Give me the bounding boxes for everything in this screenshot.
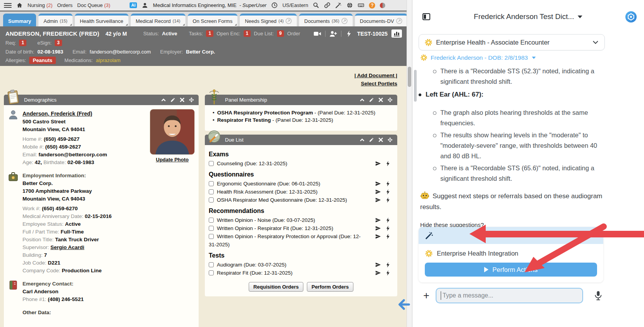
tab-documents[interactable]: Documents(36) [299,14,352,26]
collapse-chevron-icon[interactable] [360,97,365,102]
move-cross-icon[interactable] [388,137,393,142]
external-link-icon[interactable] [286,18,292,24]
move-cross-icon[interactable] [388,97,393,102]
panel-collapse-arrow-icon[interactable] [398,299,410,310]
perform-bolt-icon[interactable] [385,161,391,166]
nav-orders[interactable]: Orders [57,2,73,8]
edit-pencil-icon[interactable] [170,97,175,102]
perform-orders-button[interactable]: Perform Orders [307,282,353,292]
external-link-icon[interactable] [396,18,402,24]
ai-badge[interactable]: AI [130,2,137,8]
keyboard-icon[interactable] [358,2,364,9]
perform-bolt-icon[interactable] [385,262,391,268]
perform-bolt-icon[interactable] [385,181,391,187]
help-icon[interactable]: ? [369,2,375,9]
supervisor-link[interactable]: Sergio Acardi [50,244,84,250]
edit-pencil-icon[interactable] [369,97,374,102]
org-name[interactable]: Medical Informatics Engineering, MIE - S… [153,2,267,8]
add-attachment-button[interactable]: + [423,291,429,301]
flowsheet-chart-button[interactable] [391,29,402,38]
move-cross-icon[interactable] [189,97,194,102]
perform-bolt-icon[interactable] [385,197,391,203]
timezone-label[interactable]: US/Eastern [282,2,308,8]
tab-health-surveillance[interactable]: Health Surveillance [75,14,128,26]
send-order-icon[interactable] [375,189,381,195]
checkbox[interactable] [209,218,214,223]
patient-name[interactable]: ANDERSON, FREDERICK (FRED) [5,30,99,37]
patient-context-link[interactable]: Frederick Anderson - DOB: 2/8/1983 [420,54,536,61]
esign-count-badge[interactable]: 3 [55,40,62,46]
close-x-icon[interactable] [378,97,383,102]
update-photo-link[interactable]: Update Photo [156,157,189,163]
checkbox[interactable] [209,189,214,194]
checkbox[interactable] [209,270,214,275]
perform-bolt-icon[interactable] [385,234,391,239]
checkbox[interactable] [209,181,214,186]
tab-on-screen-forms[interactable]: On Screen Forms [188,14,238,26]
link-icon[interactable] [324,2,331,9]
tab-medical-record[interactable]: Medical Record(14) [131,14,185,26]
add-person-icon[interactable] [329,30,337,37]
chevron-down-icon[interactable] [592,39,599,46]
globe-icon[interactable] [346,2,353,9]
external-link-icon[interactable] [341,18,348,24]
send-order-icon[interactable] [375,262,381,268]
allergy-badge[interactable]: Peanuts [29,57,56,64]
order-menu[interactable]: Order [287,31,300,36]
nav-nursing[interactable]: Nursing (2) [28,2,52,8]
perform-bolt-icon[interactable] [385,217,391,223]
perform-actions-button[interactable]: Perform Actions [425,263,597,277]
conversation-title-dropdown[interactable]: Frederick Anderson Test Dict... [431,12,625,21]
checkbox[interactable] [209,226,214,231]
perform-bolt-icon[interactable] [385,270,391,276]
main-scrollbar[interactable] [407,0,412,327]
edit-pencil-icon[interactable] [369,137,374,142]
add-document-link[interactable]: | Add Document | [354,71,397,80]
video-camera-icon[interactable] [313,30,321,37]
close-x-icon[interactable] [378,137,383,142]
tab-summary[interactable]: Summary [3,14,36,26]
encounter-selector-card[interactable]: Enterprise Health - Associate Encounter [419,34,605,50]
send-order-icon[interactable] [375,270,381,276]
send-order-icon[interactable] [375,234,381,239]
checkbox[interactable] [209,161,214,166]
checkbox[interactable] [209,262,214,267]
demographics-portlet-header[interactable]: Demographics [4,95,199,105]
collapse-chevron-icon[interactable] [161,97,166,102]
medication-value[interactable]: alprazolam [96,57,121,63]
panel-toggle-icon[interactable] [422,12,431,21]
collapse-chevron-icon[interactable] [360,137,365,142]
requisition-orders-button[interactable]: Requisition Orders [249,282,303,292]
close-x-icon[interactable] [180,97,185,102]
select-portlets-link[interactable]: Select Portlets [354,80,397,88]
send-order-icon[interactable] [375,161,381,166]
due-list-count-badge[interactable]: 9 [277,30,284,37]
send-order-icon[interactable] [375,225,381,231]
wand-icon[interactable] [335,2,342,9]
hamburger-menu-icon[interactable] [4,3,12,8]
perform-bolt-icon[interactable] [385,225,391,231]
microphone-icon[interactable] [594,291,602,301]
checkbox[interactable] [209,234,214,239]
search-icon[interactable] [313,2,319,9]
clock-icon[interactable] [271,2,278,9]
tab-documents-dv[interactable]: Documents-DV [355,14,407,26]
due-list-header[interactable]: Due List [205,135,397,145]
perform-bolt-icon[interactable] [385,189,391,195]
tab-needs-signed[interactable]: Needs Signed(4) [240,14,297,26]
home-icon[interactable] [16,2,23,9]
checkbox[interactable] [209,197,214,202]
open-enc-count-badge[interactable]: 1 [244,30,251,37]
send-order-icon[interactable] [375,197,381,203]
encounter-id[interactable]: TEST-10025 [357,31,388,37]
message-input[interactable] [436,288,583,303]
panel-membership-header[interactable]: Panel Membership [205,95,397,105]
nav-doc-queue[interactable]: Doc Queue (3) [77,2,110,8]
tab-admin[interactable]: Admin(15) [38,14,72,26]
send-order-icon[interactable] [375,217,381,223]
tasks-count-badge[interactable]: 1 [206,30,213,37]
ai-panel-scrollbar-thumb[interactable] [414,70,417,102]
req-count-badge[interactable]: 1 [19,40,26,46]
send-order-icon[interactable] [375,181,381,187]
main-scrollbar-thumb[interactable] [408,67,411,87]
